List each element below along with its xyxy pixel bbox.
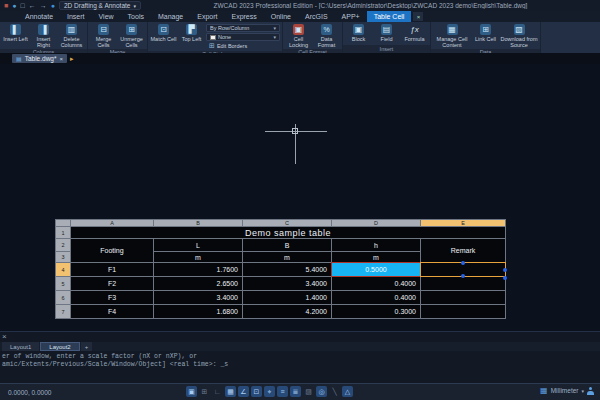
tab-express[interactable]: Express — [224, 11, 263, 22]
download-from-source-button[interactable]: Download from Source — [500, 23, 538, 48]
unit-m-cell-l[interactable]: m — [154, 252, 242, 262]
cell-b4[interactable]: 1.7600 — [154, 263, 242, 276]
header-l-cell[interactable]: L — [154, 239, 242, 251]
layout-tab-1[interactable]: Layout1 — [2, 342, 39, 351]
tab-online[interactable]: Online — [264, 11, 298, 22]
cell-c5[interactable]: 3.4000 — [243, 277, 331, 290]
by-row-column-dropdown[interactable]: By Row/Column — [206, 24, 280, 32]
tab-view[interactable]: View — [92, 11, 121, 22]
cell-b7[interactable]: 1.6800 — [154, 305, 242, 318]
row-header-1[interactable]: 1 — [56, 227, 70, 238]
tab-table-cell[interactable]: Table Cell — [367, 11, 412, 22]
save-icon[interactable] — [20, 2, 24, 9]
workspace-selector[interactable]: 2D Drafting & Annotate — [59, 1, 141, 10]
header-b-cell[interactable]: B — [243, 239, 331, 251]
snap-icon[interactable] — [199, 386, 210, 397]
lineweight-icon[interactable] — [290, 386, 301, 397]
undo-icon[interactable] — [29, 2, 36, 9]
model-space-icon[interactable] — [186, 386, 197, 397]
cell-d4-highlighted[interactable]: 0.5000 — [332, 263, 420, 276]
grip-right-bottom[interactable] — [503, 276, 507, 280]
user-account-icon[interactable] — [587, 387, 594, 395]
tab-export[interactable]: Export — [190, 11, 224, 22]
grip-bottom[interactable] — [461, 274, 465, 278]
field-button[interactable]: Field — [373, 23, 400, 42]
polar-icon[interactable] — [238, 386, 249, 397]
cell-e4-selected[interactable] — [421, 263, 505, 276]
insert-right-button[interactable]: Insert Right — [30, 23, 57, 48]
tab-arcgis[interactable]: ArcGIS — [298, 11, 335, 22]
file-tab-table-dwg[interactable]: Table.dwg* — [12, 54, 67, 63]
tab-tools[interactable]: Tools — [121, 11, 151, 22]
table-title-cell[interactable]: Demo sample table — [71, 227, 505, 238]
top-left-button[interactable]: Top Left — [178, 23, 205, 42]
cell-c7[interactable]: 4.2000 — [243, 305, 331, 318]
col-header-b[interactable]: B — [154, 220, 242, 226]
grid-icon[interactable] — [225, 386, 236, 397]
drawing-canvas[interactable]: A B C D E 1 Demo sample table 2 Footing … — [0, 64, 600, 331]
row-header-3[interactable]: 3 — [56, 252, 70, 262]
delete-columns-button[interactable]: Delete Columns — [58, 23, 85, 48]
cell-a5[interactable]: F2 — [71, 277, 153, 290]
header-footing-cell[interactable]: Footing — [71, 239, 153, 262]
edit-borders-button[interactable]: Edit Borders — [206, 42, 280, 50]
header-remark-cell[interactable]: Remark — [421, 239, 505, 262]
etrack-icon[interactable] — [264, 386, 275, 397]
cell-e7[interactable] — [421, 305, 505, 318]
tab-annotate[interactable]: Annotate — [18, 11, 60, 22]
merge-cells-button[interactable]: Merge Cells — [90, 23, 117, 48]
col-header-d[interactable]: D — [332, 220, 420, 226]
cell-a6[interactable]: F3 — [71, 291, 153, 304]
table-corner[interactable] — [56, 220, 70, 226]
cell-d5[interactable]: 0.4000 — [332, 277, 420, 290]
cell-a4[interactable]: F1 — [71, 263, 153, 276]
row-header-5[interactable]: 5 — [56, 277, 70, 290]
grip-right[interactable] — [503, 268, 507, 272]
row-header-4[interactable]: 4 — [56, 263, 70, 276]
dyn-input-icon[interactable] — [277, 386, 288, 397]
cell-b6[interactable]: 3.4000 — [154, 291, 242, 304]
grip-top[interactable] — [461, 261, 465, 265]
row-header-7[interactable]: 7 — [56, 305, 70, 318]
data-format-button[interactable]: Data Format — [313, 23, 340, 48]
annotation-icon[interactable] — [342, 386, 353, 397]
tab-close-icon[interactable] — [59, 56, 63, 62]
cell-locking-button[interactable]: Cell Locking — [285, 23, 312, 48]
pen-icon[interactable] — [329, 386, 340, 397]
header-h-cell[interactable]: h — [332, 239, 420, 251]
manage-cell-content-button[interactable]: Manage Cell Content — [433, 23, 471, 48]
cell-e5[interactable] — [421, 277, 505, 290]
cell-d7[interactable]: 0.3000 — [332, 305, 420, 318]
command-line[interactable]: er of window, enter a scale factor (nX o… — [2, 353, 600, 369]
app-logo-icon[interactable] — [4, 2, 8, 9]
unmerge-cells-button[interactable]: Unmerge Cells — [118, 23, 145, 48]
col-header-c[interactable]: C — [243, 220, 331, 226]
workspace-circle-icon[interactable] — [51, 2, 55, 9]
col-header-e[interactable]: E — [421, 220, 505, 226]
unit-m-cell-h[interactable]: m — [332, 252, 420, 262]
cell-c4[interactable]: 5.4000 — [243, 263, 331, 276]
layout-tab-2[interactable]: Layout2 — [40, 342, 79, 351]
tab-app-plus[interactable]: APP+ — [335, 11, 367, 22]
ortho-icon[interactable] — [212, 386, 223, 397]
cell-c6[interactable]: 1.4000 — [243, 291, 331, 304]
redo-icon[interactable] — [40, 2, 47, 9]
cell-a7[interactable]: F4 — [71, 305, 153, 318]
add-layout-button[interactable]: + — [81, 342, 93, 351]
block-button[interactable]: Block — [345, 23, 372, 42]
cycle-icon[interactable] — [316, 386, 327, 397]
open-file-icon[interactable] — [12, 2, 16, 9]
row-header-6[interactable]: 6 — [56, 291, 70, 304]
match-cell-button[interactable]: Match Cell — [150, 23, 177, 42]
unit-m-cell-b[interactable]: m — [243, 252, 331, 262]
transparency-icon[interactable] — [303, 386, 314, 397]
cell-e6[interactable] — [421, 291, 505, 304]
formula-button[interactable]: Formula — [401, 23, 428, 42]
tab-insert[interactable]: Insert — [60, 11, 92, 22]
cell-b5[interactable]: 2.6500 — [154, 277, 242, 290]
col-header-a[interactable]: A — [71, 220, 153, 226]
esnap-icon[interactable] — [251, 386, 262, 397]
ribbon-tab-close-icon[interactable] — [413, 12, 423, 21]
cell-d6[interactable]: 0.4000 — [332, 291, 420, 304]
unit-caret-icon[interactable]: ▾ — [581, 388, 584, 394]
